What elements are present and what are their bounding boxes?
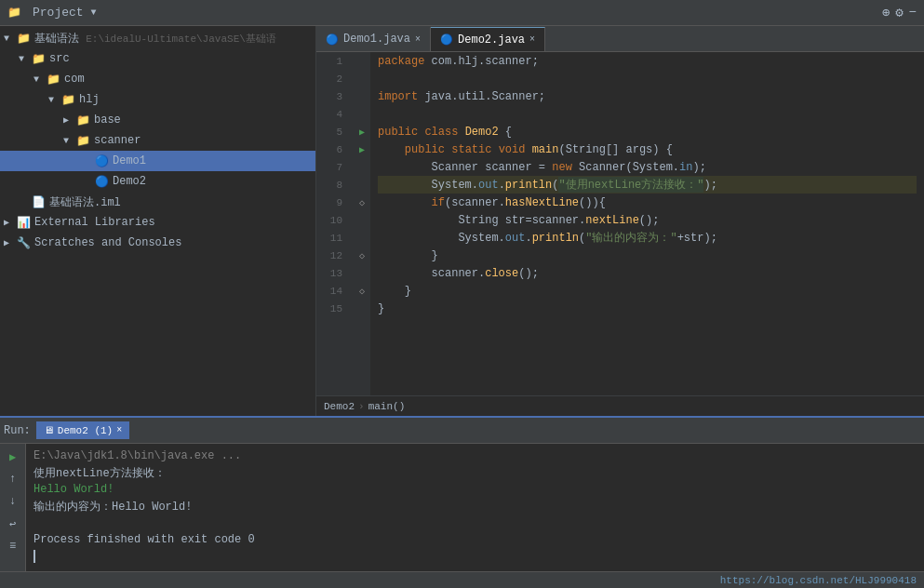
token: public (378, 126, 424, 139)
run-button[interactable]: ▶ (4, 448, 22, 466)
console-output: E:\Java\jdk1.8\bin\java.exe ... 使用nextLi… (26, 444, 924, 571)
sidebar-label-iml: 基础语法.iml (49, 194, 121, 210)
breadcrumb-main: main() (368, 401, 406, 412)
token: in (679, 161, 692, 174)
arrow-scratches: ▶ (4, 237, 15, 248)
sidebar-item-scratches[interactable]: ▶ 🔧 Scratches and Consoles (0, 233, 315, 253)
folder-icon-base: 📁 (76, 114, 90, 127)
settings-button[interactable]: ≡ (4, 537, 22, 555)
bottom-content: ▶ ↑ ↓ ↩ ≡ E:\Java\jdk1.8\bin\java.exe ..… (0, 444, 924, 571)
gutter-15 (354, 300, 370, 317)
token: import (378, 90, 424, 103)
sidebar-item-hlj[interactable]: ▼ 📁 hlj (0, 89, 315, 110)
sidebar-item-extlibs[interactable]: ▶ 📊 External Libraries (0, 212, 315, 233)
tab-demo2[interactable]: 🔵 Demo2.java × (431, 27, 545, 51)
token: ( (579, 232, 585, 245)
minimize-icon[interactable]: − (909, 5, 917, 20)
folder-icon-root: 📁 (17, 32, 31, 46)
sidebar-item-com[interactable]: ▼ 📁 com (0, 69, 315, 89)
folder-icon-hlj: 📁 (61, 93, 75, 107)
token: println (505, 179, 552, 192)
line-num-11: 11 (316, 229, 348, 247)
line-num-5: 5 (316, 123, 348, 140)
sidebar-item-scanner[interactable]: ▼ 📁 scanner (0, 130, 315, 151)
code-line-13: scanner.close(); (378, 264, 917, 282)
token: +str); (677, 232, 717, 245)
settings-icon[interactable]: ⚙ (895, 5, 903, 20)
sidebar-item-root[interactable]: ▼ 📁 基础语法 E:\idealU-Ultimate\JavaSE\基础语 (0, 28, 315, 48)
token: } (378, 302, 384, 315)
arrow-base: ▶ (63, 114, 74, 126)
code-line-14: } (378, 282, 917, 300)
bottom-tabs-bar: Run: 🖥 Demo2 (1) × (0, 418, 924, 444)
breadcrumb-bar: Demo2 › main() (316, 395, 924, 416)
token: close (485, 267, 518, 280)
sidebar-label-base: base (94, 114, 121, 127)
token: scanner. (378, 267, 485, 280)
sidebar-label-com: com (64, 73, 85, 86)
token: package (378, 55, 432, 68)
sidebar-label-demo1: Demo1 (113, 154, 146, 167)
project-icon: 📁 (7, 6, 21, 20)
status-link[interactable]: https://blog.csdn.net/HLJ9990418 (720, 575, 917, 586)
code-line-12: } (378, 247, 917, 264)
tab-icon-demo2: 🔵 (440, 33, 453, 46)
tab-label-demo2: Demo2.java (458, 33, 525, 47)
line-num-1: 1 (316, 52, 348, 70)
console-cursor (33, 550, 917, 563)
code-line-10: String str=scanner.nextLine(); (378, 211, 917, 229)
token: static (451, 143, 498, 156)
tab-close-demo1[interactable]: × (415, 34, 421, 45)
line-num-7: 7 (316, 158, 348, 176)
token: nextLine (585, 214, 639, 227)
token (378, 196, 432, 209)
scroll-up-button[interactable]: ↑ (4, 470, 22, 488)
gutter-3 (354, 87, 370, 105)
gutter-8 (354, 176, 370, 194)
add-icon[interactable]: ⊕ (882, 5, 890, 20)
sidebar-item-base[interactable]: ▶ 📁 base (0, 110, 315, 130)
tab-demo1[interactable]: 🔵 Demo1.java × (316, 27, 431, 51)
sidebar-label-hlj: hlj (79, 93, 100, 106)
console-line-1: E:\Java\jdk1.8\bin\java.exe ... (33, 448, 917, 464)
token: (String[] args) { (558, 143, 672, 156)
token: println (532, 232, 579, 245)
console-tab-close[interactable]: × (116, 425, 122, 435)
tab-close-demo2[interactable]: × (529, 34, 535, 45)
iml-icon: 📄 (32, 195, 46, 209)
sidebar-item-iml[interactable]: ▶ 📄 基础语法.iml (0, 192, 315, 212)
chevron-down-icon: ▼ (91, 7, 97, 18)
title-bar-icons: ⊕ ⚙ − (882, 5, 917, 20)
line-num-6: 6 (316, 140, 348, 158)
scroll-down-button[interactable]: ↓ (4, 492, 22, 511)
sidebar-item-src[interactable]: ▼ 📁 src (0, 48, 315, 69)
arrow-extlibs: ▶ (4, 217, 15, 228)
sidebar-label-extlibs: External Libraries (34, 216, 155, 229)
line-num-9: 9 (316, 194, 348, 211)
token: ); (692, 161, 705, 174)
token: ); (703, 179, 716, 192)
code-line-8: System.out.println("使用nextLine方法接收："); (378, 176, 917, 194)
console-line-6: Process finished with exit code 0 (33, 531, 917, 548)
line-num-12: 12 (316, 247, 348, 264)
gutter-6[interactable]: ▶ (354, 140, 370, 158)
line-num-8: 8 (316, 176, 348, 194)
console-tab-demo2[interactable]: 🖥 Demo2 (1) × (36, 421, 129, 439)
token: com.hlj.scanner; (432, 55, 539, 68)
gutter-5[interactable]: ▶ (354, 123, 370, 140)
tab-icon-demo1: 🔵 (326, 33, 339, 46)
code-line-11: System.out.println("输出的内容为："+str); (378, 229, 917, 247)
folder-icon-com: 📁 (47, 73, 60, 87)
sidebar-item-demo1[interactable]: ▶ 🔵 Demo1 (0, 151, 315, 171)
title-bar: 📁 Project ▼ ⊕ ⚙ − (0, 0, 924, 26)
token: public (405, 143, 451, 156)
code-content[interactable]: package com.hlj.scanner; import java.uti… (370, 52, 924, 395)
console-sidebar: ▶ ↑ ↓ ↩ ≡ (0, 444, 26, 571)
console-tab-label: Demo2 (1) (58, 425, 113, 436)
breadcrumb-sep: › (358, 401, 365, 412)
run-arrow-5[interactable]: ▶ (359, 127, 365, 138)
sidebar-item-demo2[interactable]: ▶ 🔵 Demo2 (0, 171, 315, 192)
wrap-button[interactable]: ↩ (4, 514, 22, 533)
console-line-3: Hello World! (33, 481, 917, 498)
run-arrow-6[interactable]: ▶ (359, 144, 365, 155)
